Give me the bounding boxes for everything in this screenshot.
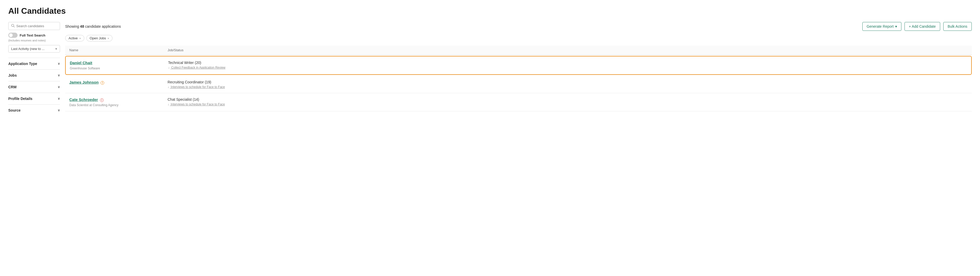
candidate-company-daniel-chait: Greenhouse Software <box>70 67 100 70</box>
filter-tag-open-jobs-close-icon[interactable]: × <box>108 37 109 40</box>
sort-dropdown[interactable]: Last Activity (new to ... ▾ <box>8 45 60 53</box>
candidate-stage-daniel-chait[interactable]: ↓ Collect Feedback in Application Review <box>168 66 967 69</box>
generate-report-button[interactable]: Generate Report ▾ <box>862 22 901 31</box>
filter-tag-active-close-icon[interactable]: × <box>79 37 81 40</box>
candidate-stage-james-johnson[interactable]: ↓ Interviews to schedule for Face to Fac… <box>167 85 967 89</box>
candidate-count: 48 <box>80 24 84 29</box>
candidate-job-cate-schroeder: Chat Specialist (14) <box>167 97 967 102</box>
filter-application-type-label: Application Type <box>8 62 37 66</box>
filter-profile-details: Profile Details ∨ <box>8 93 60 104</box>
stage-label-james-johnson: Interviews to schedule for Face to Face <box>171 85 225 89</box>
filter-application-type-chevron: ∨ <box>58 62 60 65</box>
svg-line-1 <box>14 26 15 27</box>
candidate-name-cell-daniel-chait: Daniel Chait Greenhouse Software <box>66 56 164 74</box>
filter-crm-header[interactable]: CRM ∨ <box>8 85 60 89</box>
stage-label-daniel-chait: Collect Feedback in Application Review <box>171 66 225 69</box>
filter-tag-open-jobs-label: Open Jobs <box>90 36 106 40</box>
filter-tags: Active × Open Jobs × <box>65 35 972 41</box>
filter-jobs-header[interactable]: Jobs ∨ <box>8 73 60 77</box>
full-text-label: Full Text Search <box>20 34 45 37</box>
filter-jobs-label: Jobs <box>8 73 17 77</box>
stage-arrow-icon-cate: ↓ <box>167 102 169 106</box>
top-bar: Showing 48 candidate applications Genera… <box>65 22 972 31</box>
filter-crm-label: CRM <box>8 85 16 89</box>
search-box[interactable] <box>8 22 60 30</box>
bulk-actions-button[interactable]: Bulk Actions <box>943 22 972 31</box>
full-text-search-row: Full Text Search <box>8 33 60 38</box>
candidate-company-cate-schroeder: Data Scientist at Consulting Agency <box>69 103 118 107</box>
stage-arrow-icon-james: ↓ <box>167 85 169 89</box>
search-input[interactable] <box>16 24 57 28</box>
candidate-status-cell-daniel-chait: Technical Writer (20) ↓ Collect Feedback… <box>164 56 971 74</box>
candidate-name-link-james-johnson[interactable]: James Johnson <box>69 80 99 85</box>
add-candidate-label: + Add Candidate <box>909 24 936 29</box>
col-name-header: Name <box>65 46 164 55</box>
col-status-header: Job/Status <box>164 46 972 55</box>
main-content: Showing 48 candidate applications Genera… <box>65 22 972 270</box>
info-icon-cate-schroeder[interactable]: i <box>100 98 104 102</box>
showing-suffix: candidate applications <box>84 24 121 29</box>
sidebar: Full Text Search (Includes resumes and n… <box>8 22 65 270</box>
filter-crm: CRM ∨ <box>8 81 60 93</box>
stage-arrow-icon: ↓ <box>168 66 170 69</box>
candidate-stage-cate-schroeder[interactable]: ↓ Interviews to schedule for Face to Fac… <box>167 102 967 106</box>
sort-label: Last Activity (new to ... <box>11 47 45 51</box>
filter-tag-open-jobs[interactable]: Open Jobs × <box>86 35 113 41</box>
filter-source-chevron: ∨ <box>58 108 60 112</box>
info-icon-james-johnson[interactable]: i <box>100 81 104 85</box>
candidate-job-james-johnson: Recruiting Coordinator (19) <box>167 80 967 84</box>
filter-jobs-chevron: ∨ <box>58 73 60 77</box>
table-header: Name Job/Status <box>65 46 972 55</box>
filter-source: Source ∨ <box>8 104 60 116</box>
filter-profile-details-label: Profile Details <box>8 97 32 101</box>
toggle-slider <box>8 33 18 38</box>
filter-crm-chevron: ∨ <box>58 85 60 89</box>
filter-tag-active-label: Active <box>68 36 78 40</box>
candidate-job-daniel-chait: Technical Writer (20) <box>168 61 967 65</box>
candidate-name-cell-cate-schroeder: Cate Schroeder i Data Scientist at Consu… <box>65 93 164 111</box>
full-text-toggle[interactable] <box>8 33 18 38</box>
filter-jobs: Jobs ∨ <box>8 69 60 81</box>
showing-count: Showing 48 candidate applications <box>65 24 121 29</box>
candidate-status-cell-cate-schroeder: Chat Specialist (14) ↓ Interviews to sch… <box>164 93 972 111</box>
full-text-note: (Includes resumes and notes) <box>8 39 60 42</box>
candidate-status-cell-james-johnson: Recruiting Coordinator (19) ↓ Interviews… <box>164 76 972 93</box>
generate-report-label: Generate Report <box>867 24 894 29</box>
sort-chevron-icon: ▾ <box>55 47 57 51</box>
candidate-row-james-johnson: James Johnson i Recruiting Coordinator (… <box>65 76 972 93</box>
filter-profile-details-header[interactable]: Profile Details ∨ <box>8 97 60 101</box>
page-title: All Candidates <box>8 6 972 16</box>
showing-prefix: Showing <box>65 24 80 29</box>
top-actions: Generate Report ▾ + Add Candidate Bulk A… <box>862 22 972 31</box>
candidate-row-daniel-chait: Daniel Chait Greenhouse Software Technic… <box>65 56 972 75</box>
stage-label-cate-schroeder: Interviews to schedule for Face to Face <box>171 102 225 106</box>
filter-source-label: Source <box>8 108 21 112</box>
candidate-name-link-cate-schroeder[interactable]: Cate Schroeder <box>69 97 98 102</box>
add-candidate-button[interactable]: + Add Candidate <box>905 22 940 31</box>
candidate-name-link-daniel-chait[interactable]: Daniel Chait <box>70 61 160 65</box>
filter-tag-active[interactable]: Active × <box>65 35 84 41</box>
search-icon <box>11 24 15 28</box>
filter-application-type: Application Type ∨ <box>8 58 60 69</box>
filter-source-header[interactable]: Source ∨ <box>8 108 60 112</box>
candidate-name-cell-james-johnson: James Johnson i <box>65 76 164 93</box>
candidate-row-cate-schroeder: Cate Schroeder i Data Scientist at Consu… <box>65 93 972 111</box>
filter-profile-details-chevron: ∨ <box>58 97 60 101</box>
bulk-actions-label: Bulk Actions <box>948 24 967 29</box>
generate-report-chevron-icon: ▾ <box>895 24 897 29</box>
filter-application-type-header[interactable]: Application Type ∨ <box>8 62 60 66</box>
